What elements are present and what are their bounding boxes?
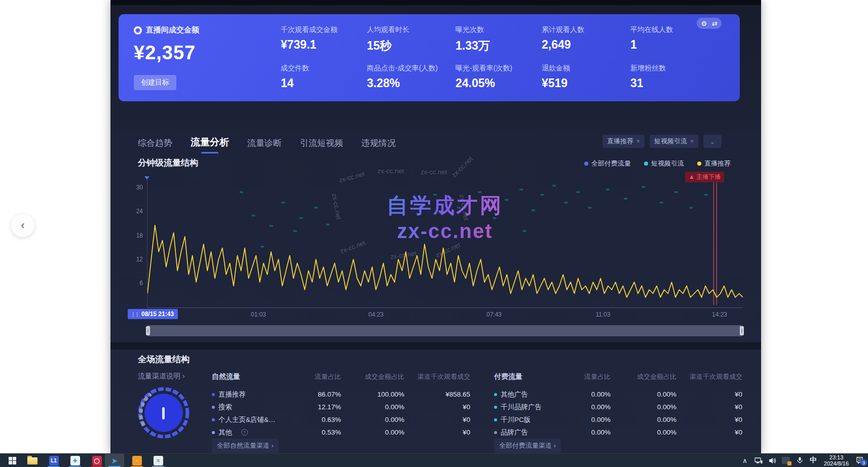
x-tick: 04:23 [368,311,384,318]
app-notepad-icon[interactable]: ≣ [150,455,166,466]
table-header: 付费流量 流量占比 成交金额占比 渠道千次观看成交 [494,370,742,383]
filter-chips: 直播推荐 × 短视频引流 × ⌄ [602,135,722,148]
table-row: 其他 ? 0.53% 0.00% ¥0 [212,426,470,439]
channel-explain-link[interactable]: 流量渠道说明 › [138,372,185,381]
start-time-label: 08/15 21:43 [141,310,174,318]
table-row: 品牌广告 0.00% 0.00% ¥0 [494,426,742,439]
col-header: 渠道千次观看成交 [404,372,470,381]
chevron-down-icon: ⌄ [710,138,715,145]
network-icon[interactable] [754,457,763,464]
chip-live-recommend[interactable]: 直播推荐 × [602,135,645,148]
screen: ‹ ◉ 直播间成交金额 ¥2,357 创建目标 千次观看成交金额 ¥739.1 … [0,0,868,467]
start-button[interactable] [4,455,20,466]
notification-center-icon[interactable]: 3 [855,457,864,464]
table-header: 自然流量 流量占比 成交金额占比 渠道千次观看成交 [212,370,470,383]
y-tick: 18 [131,232,143,239]
metric-card: 曝光次数 1.33万 [456,25,542,54]
series-dot [212,431,215,434]
traffic-donut-chart[interactable] [136,385,192,443]
paid-traffic-table: 付费流量 流量占比 成交金额占比 渠道千次观看成交 其他广告 0.00% 0.0… [494,370,742,439]
chevron-left-icon: ‹ [21,219,24,232]
swap-icon[interactable]: ⇄ [712,20,718,27]
natural-traffic-table: 自然流量 流量占比 成交金额占比 渠道千次观看成交 直播推荐 86.07% 10… [212,370,470,439]
windows-taskbar: L1 ✚ ◯ ➤ ◦ ≣ ∧ 中 23:13 2024/ [0,453,868,467]
drag-grip-icon: ⋮⋮ [131,312,139,317]
info-icon[interactable]: ? [241,429,248,436]
system-tray: ∧ 中 23:13 2024/8/16 3 [740,454,864,467]
file-explorer-icon[interactable] [24,455,41,466]
close-icon[interactable]: × [690,138,694,145]
tab-overall-trend[interactable]: 综合趋势 [138,137,172,153]
traffic-structure-title: 全场流量结构 [138,354,190,365]
y-tick: 24 [131,208,143,215]
chip-short-video[interactable]: 短视频引流 × [650,135,698,148]
metric-value: 24.05% [456,76,542,90]
metric-label: 曝光次数 [456,25,542,34]
time-range-start-badge[interactable]: ⋮⋮ 08/15 21:43 [128,309,178,319]
watermark: zx-cc.net [378,167,404,175]
metric-value: 14 [281,76,367,90]
tab-traffic-diagnosis[interactable]: 流量诊断 [247,137,282,153]
time-range-slider[interactable] [147,325,743,336]
x-tick: 01:03 [251,311,266,318]
tab-traffic-analysis[interactable]: 流量分析 [191,136,229,153]
tab-violations[interactable]: 违规情况 [361,137,396,153]
y-tick: 12 [131,256,143,263]
series-dot [212,393,215,396]
slider-handle-right[interactable] [740,326,744,335]
metric-label: 商品点击-成交率(人数) [367,64,453,73]
legend-live-recommend[interactable]: 直播推荐 [697,159,731,168]
series-dot [212,406,215,409]
metric-card: 人均观看时长 15秒 [367,25,453,54]
all-natural-channels-link[interactable]: 全部自然流量渠道 › [212,439,279,453]
tray-app-badge-icon[interactable] [781,457,790,464]
app-teams-like-icon[interactable]: ✚ [67,455,83,466]
table-row: 千川PC版 0.00% 0.00% ¥0 [494,413,742,426]
metric-card: 新增粉丝数 31 [630,64,716,90]
metric-value: 31 [630,76,716,90]
tab-short-video[interactable]: 引流短视频 [300,137,343,153]
traffic-line-chart[interactable] [147,178,743,308]
primary-metric-value: ¥2,357 [134,42,199,64]
app-orange-icon[interactable]: ◦ [129,455,145,466]
metric-value: 15秒 [367,38,453,54]
all-paid-channels-link[interactable]: 全部付费流量渠道 › [494,439,561,453]
app-l1-icon[interactable]: L1 [46,455,62,466]
back-button[interactable]: ‹ [11,214,34,237]
chip-dropdown[interactable]: ⌄ [703,135,722,148]
donut-center-label [162,407,165,419]
metric-label: 退款金额 [542,64,628,73]
metric-card: 累计观看人数 2,649 [542,25,628,52]
close-icon[interactable]: × [636,138,640,145]
create-goal-button[interactable]: 创建目标 [134,75,176,90]
microphone-icon[interactable] [795,457,804,464]
legend-label: 直播推荐 [704,159,731,168]
series-dot [212,418,215,421]
ime-indicator[interactable]: 中 [809,456,818,465]
metric-card: 曝光-观看率(次数) 24.05% [456,64,542,90]
chart-legend: 全部付费流量 短视频引流 直播推荐 [584,159,731,168]
metric-label: 累计观看人数 [542,25,628,34]
app-pointer-active-icon[interactable]: ➤ [106,455,123,466]
windows-logo-icon [9,457,16,464]
app-red-circle-icon[interactable]: ◯ [89,455,105,466]
x-axis-line [147,307,743,308]
legend-label: 全部付费流量 [591,159,631,168]
metric-label: 新增粉丝数 [630,64,716,73]
speaker-icon[interactable] [768,457,777,464]
slider-handle-left[interactable] [146,326,150,335]
legend-short-video[interactable]: 短视频引流 [644,159,684,168]
legend-label: 短视频引流 [651,159,684,168]
watermark: zx-cc.net [450,155,474,179]
tray-chevron-up-icon[interactable]: ∧ [740,457,749,464]
metric-card: 商品点击-成交率(人数) 3.28% [367,64,453,90]
table-row: 千川品牌广告 0.00% 0.00% ¥0 [494,401,742,413]
settings-gear-icon[interactable]: ⚙ [701,20,707,27]
series-dot [494,418,497,421]
metric-label: 人均观看时长 [367,25,453,34]
chip-label: 短视频引流 [654,137,687,146]
clock[interactable]: 23:13 2024/8/16 [822,454,850,466]
series-dot [494,431,497,434]
legend-paid-traffic[interactable]: 全部付费流量 [584,159,631,168]
banner-toolbar: ⚙ ⇄ [697,18,722,29]
